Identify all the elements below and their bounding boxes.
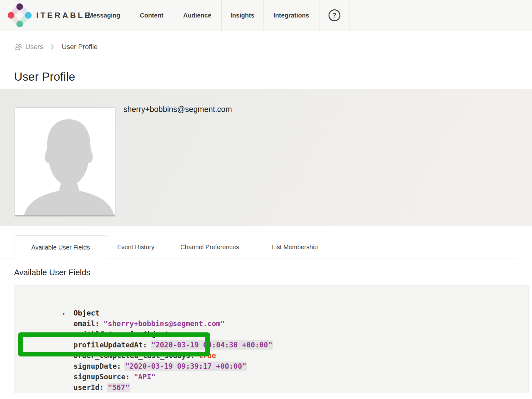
section-heading: Available User Fields bbox=[14, 268, 90, 277]
page-title: User Profile bbox=[14, 70, 75, 83]
avatar-silhouette-icon bbox=[15, 108, 115, 215]
breadcrumb-users-link[interactable]: Users bbox=[14, 43, 43, 51]
field-value: "2020-03-19 09:39:17 +00:00" bbox=[125, 362, 246, 370]
expand-arrow-icon[interactable]: ► bbox=[73, 330, 83, 341]
tab-available-user-fields[interactable]: Available User Fields bbox=[14, 235, 107, 259]
iterable-logo-icon bbox=[8, 3, 32, 28]
nav-item-insights[interactable]: Insights bbox=[222, 0, 263, 31]
nav-item-messaging[interactable]: Messaging bbox=[78, 0, 130, 31]
tab-channel-preferences[interactable]: Channel Preferences bbox=[180, 235, 239, 259]
profile-hero-section: sherry+bobbins@segment.com bbox=[0, 89, 532, 226]
field-value: "2020-03-19 09:04:30 +00:00" bbox=[151, 341, 273, 349]
field-value: "sherry+bobbins@segment.com" bbox=[103, 320, 225, 328]
help-button[interactable]: ? bbox=[319, 0, 349, 31]
avatar bbox=[15, 108, 115, 215]
nav-item-audience[interactable]: Audience bbox=[173, 0, 222, 31]
breadcrumb-current-label: User Profile bbox=[62, 43, 98, 51]
field-value: "567" bbox=[108, 383, 129, 391]
nav-item-content[interactable]: Content bbox=[130, 0, 173, 31]
json-root-label: Object bbox=[73, 309, 99, 317]
field-value: true bbox=[199, 351, 216, 360]
nav-item-integrations[interactable]: Integrations bbox=[263, 0, 319, 31]
tab-event-history[interactable]: Event History bbox=[117, 235, 154, 259]
field-value: "API" bbox=[134, 373, 155, 381]
users-icon bbox=[14, 43, 23, 50]
field-value: Object bbox=[143, 330, 169, 338]
tab-list-membership[interactable]: List Membership bbox=[272, 235, 318, 259]
iterable-logo[interactable]: ITERABLE bbox=[0, 0, 78, 31]
collapse-arrow-icon[interactable]: ▾ bbox=[62, 309, 73, 319]
help-icon: ? bbox=[329, 9, 340, 21]
breadcrumb: Users User Profile bbox=[14, 41, 98, 53]
breadcrumb-chevron-icon bbox=[48, 44, 57, 50]
top-nav-bar: ITERABLE Messaging Content Audience Insi… bbox=[0, 0, 532, 31]
breadcrumb-root-label: Users bbox=[25, 43, 43, 51]
profile-email: sherry+bobbins@segment.com bbox=[123, 105, 232, 114]
json-root-row: ▾Object bbox=[14, 297, 529, 308]
profile-tabs: Available User Fields Event History Chan… bbox=[0, 235, 532, 259]
user-profile-page: ITERABLE Messaging Content Audience Insi… bbox=[0, 0, 532, 399]
user-fields-json-viewer: ▾Object email "sherry+bobbins@segment.co… bbox=[14, 285, 529, 393]
